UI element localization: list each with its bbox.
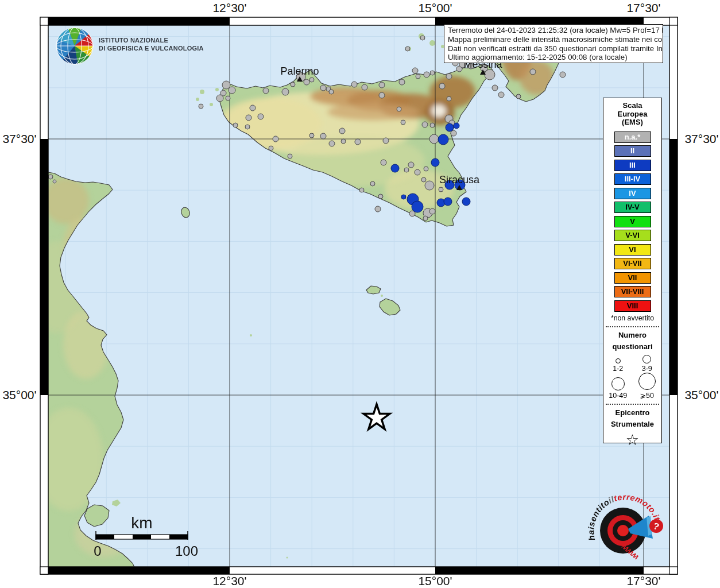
na-point: [425, 181, 434, 190]
earthquake-info-box: Terremoto del 24-01-2023 21:25:32 (ora l…: [444, 24, 663, 63]
egadi-island: [215, 88, 219, 91]
na-point: [530, 69, 536, 75]
na-point: [329, 141, 335, 146]
size-circle-label: 10-49: [609, 392, 627, 400]
axis-right-lat2: 35°00': [684, 388, 718, 402]
na-point: [355, 139, 361, 145]
axis-top-lon3: 17°30': [626, 1, 660, 15]
info-line-maptype: Mappa preliminare delle intensità macros…: [448, 35, 659, 44]
na-point: [273, 136, 278, 142]
na-point: [379, 92, 385, 98]
na-point: [429, 208, 435, 214]
macroseismic-map-page: { "axis": { "top": ["12°30'", "15°00'", …: [0, 0, 720, 588]
na-point: [399, 79, 405, 85]
na-point: [269, 146, 273, 150]
na-point: [439, 83, 445, 89]
ems-swatch-iv: IV: [614, 188, 651, 199]
na-point: [416, 74, 420, 79]
ems-swatch-viiviii: VII-VIII: [614, 286, 651, 297]
na-point: [405, 47, 410, 51]
ems-swatch-vivii: VI-VII: [614, 258, 651, 269]
na-point: [424, 72, 429, 78]
info-line-event: Terremoto del 24-01-2023 21:25:32 (ora l…: [448, 26, 659, 35]
intensity-point: [454, 123, 459, 129]
intensity-point: [446, 123, 454, 131]
na-point: [226, 96, 230, 100]
na-point: [408, 162, 414, 168]
na-point: [216, 95, 223, 102]
na-point: [439, 187, 443, 192]
na-point: [423, 216, 428, 220]
na-point: [245, 125, 250, 129]
city-label: Siracusa: [439, 174, 480, 185]
na-point: [415, 169, 420, 175]
ems-scale-swatches: n.a.*IIIIIIII-IVIVIV-VVV-VIVIVI-VIIVIIVI…: [603, 131, 661, 312]
na-point: [329, 90, 334, 94]
info-line-updated: Ultimo aggiornamento: 15-12-2025 00:08 (…: [448, 53, 659, 62]
epicenter-legend-star-icon: ☆: [603, 432, 661, 447]
ems-swatch-iii: III: [614, 160, 651, 171]
ems-swatch-vii: VII: [614, 272, 651, 284]
axis-right-lat1: 37°30': [684, 132, 718, 146]
axis-left-lat1: 37°30': [2, 132, 36, 146]
scale-bar-end: 100: [175, 543, 198, 559]
na-point: [258, 114, 264, 119]
size-circle-icon: [611, 377, 625, 390]
na-point: [560, 72, 566, 78]
ems-swatch-ivv: IV-V: [614, 202, 651, 213]
na-point: [375, 206, 381, 212]
na-point: [516, 94, 521, 99]
na-point: [412, 68, 418, 74]
info-line-source: Dati non verificati estratti da 350 ques…: [448, 44, 659, 53]
epicenter-title: Epicentro Strumentale: [603, 407, 661, 430]
na-point: [383, 138, 389, 144]
intensity-point: [438, 134, 448, 145]
questionnaire-size-item: 3-9: [633, 355, 662, 373]
islet: [287, 557, 288, 559]
questionnaire-title: Numero questionari: [603, 330, 661, 353]
ingv-line1: ISTITUTO NAZIONALE: [99, 36, 204, 44]
aeolian-island: [429, 40, 435, 46]
size-circle-icon: [616, 358, 621, 363]
size-circle-icon: [638, 373, 656, 390]
intensity-point: [401, 195, 406, 199]
intensity-point: [431, 158, 439, 167]
axis-left-lat2: 35°00': [2, 388, 36, 402]
intensity-point: [412, 201, 423, 212]
axis-bottom-lon3: 17°30': [626, 574, 660, 588]
na-point: [401, 120, 405, 125]
comino-island: [381, 295, 383, 297]
na-point: [420, 36, 425, 40]
na-point: [446, 74, 452, 79]
na-point: [199, 104, 203, 109]
na-point: [288, 154, 292, 158]
na-point: [370, 181, 375, 186]
na-point: [339, 128, 345, 134]
ems-swatch-na: n.a.*: [614, 131, 651, 143]
na-point: [48, 175, 53, 179]
na-point: [304, 79, 309, 85]
legend-divider: [606, 404, 659, 405]
na-point: [429, 134, 439, 144]
ingv-logo-text: ISTITUTO NAZIONALE DI GEOFISICA E VULCAN…: [99, 36, 204, 52]
na-point: [222, 81, 230, 89]
ems-swatch-vi: VI: [614, 244, 651, 256]
legend-footnote: *non avvertito: [603, 314, 661, 322]
questionnaire-size-key: 1-23-910-49⩾50: [603, 355, 661, 400]
size-circle-icon: [642, 355, 651, 363]
axis-top-lon2: 15°00': [418, 1, 452, 15]
na-point: [397, 107, 401, 111]
na-point: [404, 168, 409, 172]
egadi-island: [210, 103, 213, 106]
size-circle-label: 1-2: [613, 365, 623, 373]
na-point: [309, 133, 314, 138]
na-point: [291, 82, 295, 87]
na-point: [351, 82, 357, 87]
legend-title: Scala Europea (EMS): [603, 102, 661, 127]
ems-swatch-vvi: V-VI: [614, 230, 651, 241]
na-point: [447, 96, 451, 101]
na-point: [485, 69, 495, 80]
na-point: [233, 123, 238, 127]
na-point: [320, 85, 326, 91]
axis-bottom-lon1: 12°30': [212, 574, 246, 588]
